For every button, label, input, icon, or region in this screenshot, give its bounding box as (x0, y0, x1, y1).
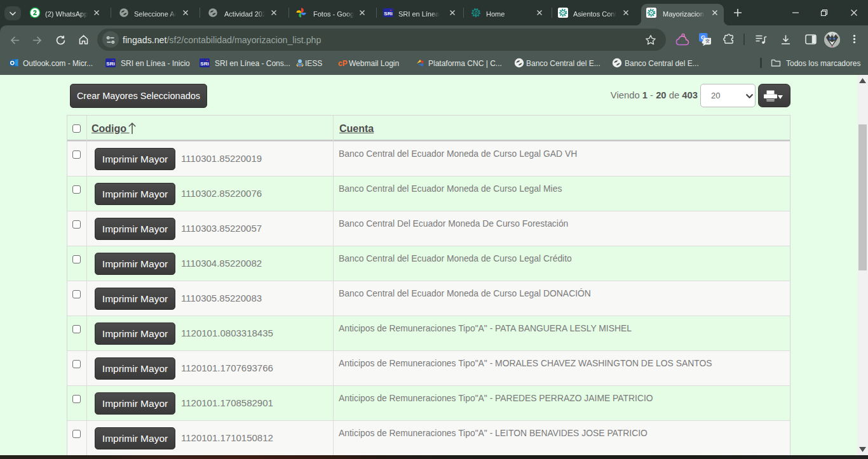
svg-text:SRi: SRi (384, 11, 392, 17)
svg-text:SRi: SRi (200, 61, 208, 67)
svg-text:cP: cP (338, 59, 348, 68)
svg-text:SRi: SRi (106, 61, 114, 67)
